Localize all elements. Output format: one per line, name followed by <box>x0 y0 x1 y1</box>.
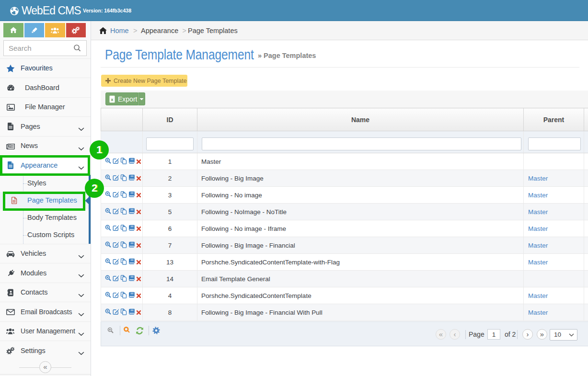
svg-text:x: x <box>111 96 114 102</box>
